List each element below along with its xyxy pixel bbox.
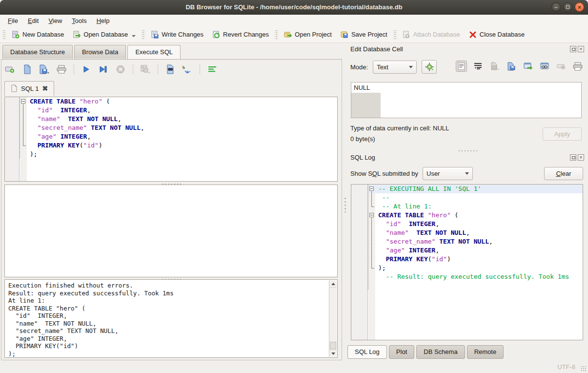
toolbar-drag-handle[interactable] (142, 29, 145, 40)
dock-float-icon[interactable] (570, 46, 576, 52)
fold-marker-icon[interactable] (368, 211, 375, 220)
results-grid[interactable] (4, 185, 338, 277)
maximize-button[interactable] (563, 2, 572, 12)
scroll-up-icon[interactable] (329, 280, 337, 288)
menu-edit[interactable]: Edit (23, 15, 43, 26)
code-line: 7); (5, 150, 337, 159)
tab-execute-sql[interactable]: Execute SQL (127, 45, 181, 59)
open-database-button[interactable]: Open Database (68, 28, 140, 41)
fold-margin (368, 272, 375, 281)
open-database-dropdown-arrow[interactable] (132, 35, 136, 37)
mode-combobox[interactable]: Text (373, 61, 417, 74)
cell-editor-margin (351, 93, 381, 118)
auto-format-icon (208, 66, 217, 73)
open-external-button[interactable] (522, 61, 533, 72)
sql-editor[interactable]: 1CREATE TABLE "hero" (2 "id" INTEGER,3 "… (4, 97, 338, 182)
code-line: 11 -- Result: query executed successfull… (351, 272, 583, 281)
submitter-combobox[interactable]: User (423, 167, 473, 180)
new-database-button[interactable]: New Database (7, 28, 68, 41)
app-window: DB Browser for SQLite - /home/user/code/… (0, 0, 588, 373)
toolbar-drag-handle[interactable] (275, 29, 278, 40)
print-sql-button[interactable] (56, 63, 67, 75)
minimize-button[interactable]: – (551, 2, 561, 12)
execution-log-scrollbar[interactable] (329, 280, 337, 357)
encoding-indicator[interactable]: UTF-8 (557, 363, 575, 371)
dock-close-icon[interactable]: × (578, 46, 584, 52)
revert-changes-button[interactable]: Revert Changes (208, 28, 273, 41)
execution-message-log[interactable]: Execution finished without errors. Resul… (4, 279, 338, 358)
save-project-button[interactable]: Save Project (336, 28, 392, 41)
code-line: 1CREATE TABLE "hero" ( (5, 97, 337, 106)
panel-splitter[interactable] (343, 43, 347, 360)
toolbar-drag-handle[interactable] (2, 29, 6, 40)
dock-close-icon[interactable]: × (578, 154, 584, 161)
sql-file-tab-label: SQL 1 (21, 85, 39, 92)
left-panel: Database Structure Browse Data Execute S… (0, 43, 343, 360)
cell-value-editor[interactable]: NULL (351, 82, 582, 118)
new-sql-tab-button[interactable] (4, 63, 16, 75)
sql-tab-close-icon[interactable]: ✖ (42, 85, 48, 92)
fold-margin (20, 106, 27, 115)
apply-button: Apply (543, 127, 582, 141)
resize-grip[interactable] (581, 366, 587, 372)
open-sql-file-button[interactable] (21, 63, 33, 75)
text-mode-button[interactable] (456, 61, 467, 72)
fold-margin (368, 202, 375, 211)
filter-label: Show SQL submitted by (350, 170, 418, 177)
code-line: 8 "age" INTEGER, (351, 246, 583, 255)
fold-margin (368, 255, 375, 264)
maximize-icon (566, 5, 569, 9)
close-button[interactable]: × (575, 2, 584, 12)
find-replace-button[interactable]: ba (182, 63, 193, 75)
menu-tools[interactable]: Tools (67, 15, 91, 26)
sql-file-tab[interactable]: SQL 1 ✖ (4, 81, 54, 96)
clear-log-button[interactable]: Clear (544, 167, 583, 180)
find-button[interactable] (164, 63, 176, 75)
dock-float-icon[interactable] (570, 154, 576, 161)
auto-format-button[interactable] (206, 63, 218, 75)
save-file-icon (39, 64, 50, 74)
edit-cell-dock-header: Edit Database Cell × (350, 45, 584, 53)
code-line: 4 "secret_name" TEXT NOT NULL, (5, 124, 337, 132)
execute-current-line-button[interactable] (98, 63, 109, 75)
export-data-button[interactable] (506, 61, 517, 72)
word-wrap-button[interactable] (472, 61, 484, 72)
print-icon (57, 65, 66, 74)
toolbar-drag-handle[interactable] (393, 29, 397, 40)
open-project-button[interactable]: Open Project (280, 28, 336, 41)
tab-db-schema[interactable]: DB Schema (416, 345, 465, 359)
close-database-button[interactable]: Close Database (465, 28, 529, 41)
copy-link-button[interactable] (539, 61, 550, 72)
toolbar-separator (74, 64, 74, 74)
menu-view[interactable]: View (43, 15, 67, 26)
menu-file[interactable]: File (3, 15, 23, 26)
menu-help[interactable]: Help (92, 15, 115, 26)
dock-splitter[interactable] (457, 149, 479, 152)
cell-editor-toolbar (456, 61, 583, 72)
code-line: 6 PRIMARY KEY("id") (5, 141, 337, 150)
sql-log-dock-header: SQL Log × (350, 154, 584, 161)
new-database-icon (12, 31, 20, 39)
tab-browse-data[interactable]: Browse Data (74, 45, 126, 59)
open-in-app-icon (524, 62, 532, 70)
open-file-icon (23, 64, 32, 74)
execute-all-button[interactable] (81, 63, 92, 75)
fold-marker-icon[interactable] (20, 97, 27, 106)
sql-log-dock-title: SQL Log (350, 154, 375, 161)
sql-log-view[interactable]: 1-- EXECUTING ALL IN 'SQL 1'2 --3 -- At … (351, 184, 583, 340)
scrollbar-thumb[interactable] (330, 342, 336, 349)
print-icon (573, 62, 583, 71)
stop-icon (116, 65, 125, 74)
tab-database-structure[interactable]: Database Structure (2, 45, 73, 59)
write-changes-button[interactable]: Write Changes (146, 28, 208, 41)
save-results-button (140, 63, 151, 75)
tab-sql-log[interactable]: SQL Log (347, 345, 387, 359)
print-cell-button[interactable] (572, 61, 583, 72)
fold-marker-icon[interactable] (368, 185, 375, 193)
scroll-down-icon[interactable] (329, 350, 337, 357)
sql-document-icon (11, 84, 18, 92)
tab-plot[interactable]: Plot (389, 345, 414, 359)
tab-remote[interactable]: Remote (467, 345, 504, 359)
save-sql-file-button[interactable] (39, 63, 50, 75)
apply-settings-button[interactable] (422, 60, 437, 74)
